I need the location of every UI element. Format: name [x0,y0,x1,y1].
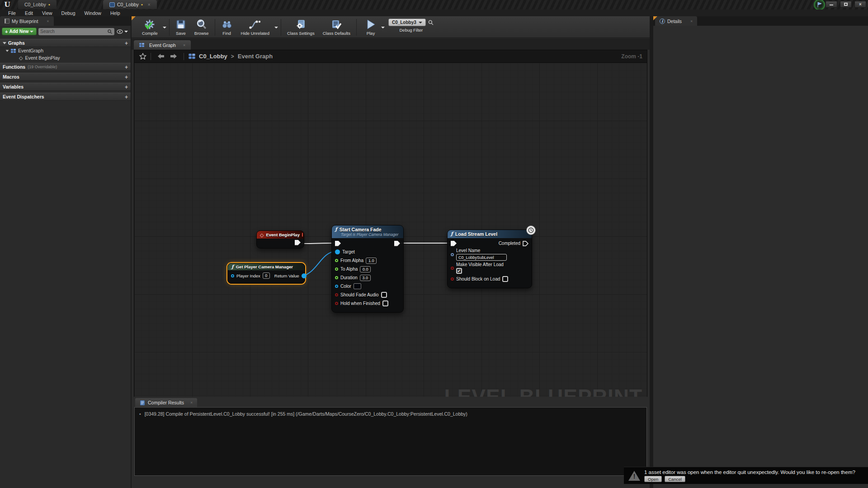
expand-arrow-icon[interactable] [3,42,6,44]
close-button[interactable]: × [854,1,866,8]
add-variable-icon[interactable] [125,83,128,91]
make-visible-checkbox[interactable] [456,268,462,274]
menu-view[interactable]: View [38,10,57,16]
tab-close-icon[interactable]: × [690,19,693,23]
function-icon [335,227,337,232]
level-name-input[interactable] [456,254,507,261]
hide-unrelated-button[interactable]: Hide Unrelated [237,17,274,38]
add-dispatcher-icon[interactable] [125,93,128,101]
should-fade-audio-checkbox[interactable] [381,292,387,298]
level-name-pin[interactable] [451,253,454,256]
play-button[interactable]: Play [361,17,380,38]
add-macro-icon[interactable] [125,73,128,81]
variables-section-header[interactable]: Variables [0,83,131,91]
node-get-player-camera-manager[interactable]: Get Player Camera Manager Player Index 0… [227,263,305,284]
debug-object-select[interactable]: C0_Lobby3 [388,19,426,26]
menu-edit[interactable]: Edit [20,10,38,16]
functions-section-header[interactable]: Functions (19 Overridable) [0,63,131,71]
add-new-button[interactable]: Add New [2,28,37,35]
view-options-button[interactable] [116,29,129,34]
class-settings-button[interactable]: Class Settings [283,17,319,38]
make-visible-pin[interactable] [451,267,454,270]
menu-window[interactable]: Window [80,10,106,16]
my-blueprint-tab[interactable]: My Blueprint × [0,16,54,26]
exec-out-pin[interactable] [394,241,400,246]
menu-file[interactable]: File [4,10,20,16]
tab-close-icon[interactable]: × [148,2,151,7]
to-alpha-pin[interactable] [335,267,338,271]
node-load-stream-level[interactable]: Load Stream Level Completed Level Name [447,230,532,288]
to-alpha-value[interactable]: 0.0 [360,266,371,272]
color-swatch[interactable] [354,283,361,289]
tree-item-begin-play[interactable]: Event BeginPlay [0,54,131,61]
tab-close-icon[interactable]: × [183,43,185,47]
from-alpha-value[interactable]: 1.0 [366,258,377,264]
hold-when-finished-pin[interactable] [335,302,338,305]
back-arrow-icon[interactable] [158,54,164,59]
graphs-section-header[interactable]: Graphs [0,39,131,47]
should-block-pin[interactable] [451,277,454,281]
blueprint-editor-main: Compile Save [132,16,650,488]
menu-help[interactable]: Help [106,10,125,16]
news-flag-icon[interactable] [814,0,825,10]
compiler-results-tab[interactable]: Compiler Results × [135,398,197,407]
search-input[interactable] [40,29,107,34]
exec-in-pin[interactable] [451,241,457,246]
should-block-checkbox[interactable] [502,276,508,282]
add-function-icon[interactable] [125,63,128,71]
class-defaults-button[interactable]: Class Defaults [319,17,354,38]
compile-button[interactable]: Compile [138,17,162,38]
macros-section-header[interactable]: Macros [0,73,131,81]
menu-debug[interactable]: Debug [57,10,80,16]
node-event-beginplay[interactable]: Event BeginPlay [256,230,304,249]
tab-close-icon[interactable]: × [47,19,49,23]
should-fade-audio-label: Should Fade Audio [340,292,379,297]
breadcrumb-current[interactable]: Event Graph [238,53,273,60]
should-fade-audio-pin[interactable] [335,293,338,296]
details-tab[interactable]: Details × [655,16,697,26]
color-pin[interactable] [335,285,338,288]
window-tab-blueprint[interactable]: C0_Lobby • × [103,0,157,9]
duration-pin[interactable] [335,276,338,279]
save-button[interactable]: Save [171,17,190,38]
player-index-pin[interactable] [231,274,234,277]
from-alpha-label: From Alpha [340,258,363,263]
window-tab-level[interactable]: C0_Lobby • [18,0,57,9]
browse-button[interactable]: Browse [190,17,213,38]
event-graph-tab[interactable]: Event Graph × [134,40,191,50]
tab-close-icon[interactable]: × [190,400,193,405]
target-pin[interactable] [335,249,340,254]
tree-item-eventgraph[interactable]: EventGraph [0,47,131,54]
exec-in-pin[interactable] [335,241,341,246]
hold-when-finished-checkbox[interactable] [382,300,388,306]
expand-arrow-icon[interactable] [6,50,9,52]
open-button[interactable]: Open [644,476,662,482]
maximize-button[interactable] [840,1,852,8]
find-button[interactable]: Hide Unrelated Find [217,17,237,38]
minimize-button[interactable] [826,1,837,8]
cancel-button[interactable]: Cancel [665,476,685,482]
add-graph-icon[interactable] [125,39,128,47]
duration-value[interactable]: 3.0 [360,275,371,281]
play-options-icon[interactable] [381,27,385,28]
return-value-pin[interactable] [302,273,307,278]
completed-exec-pin[interactable] [523,241,528,246]
exec-out-pin[interactable] [295,240,301,245]
dispatchers-section-header[interactable]: Event Dispatchers [0,93,131,101]
blueprint-search-field[interactable] [38,28,114,35]
event-graph-canvas[interactable]: LEVEL BLUEPRINT Event BeginPlay [134,62,647,413]
bookmark-star-icon[interactable] [139,52,147,61]
compiler-log[interactable]: [0349.28] Compile of PersistentLevel.C0_… [134,407,647,476]
browse-label: Browse [194,31,209,36]
forward-arrow-icon[interactable] [170,54,177,59]
debug-search-icon[interactable] [428,19,434,26]
from-alpha-pin[interactable] [335,259,338,262]
compile-options-icon[interactable] [163,27,166,28]
hide-unrelated-options-icon[interactable] [274,27,278,28]
hide-unrelated-label: Hide Unrelated [241,31,269,36]
breadcrumb-root[interactable]: C0_Lobby [199,53,227,60]
details-panel: Details × [653,16,868,488]
should-block-label: Should Block on Load [456,277,500,282]
node-start-camera-fade[interactable]: Start Camera Fade Target is Player Camer… [331,225,404,313]
player-index-value[interactable]: 0 [263,272,270,279]
